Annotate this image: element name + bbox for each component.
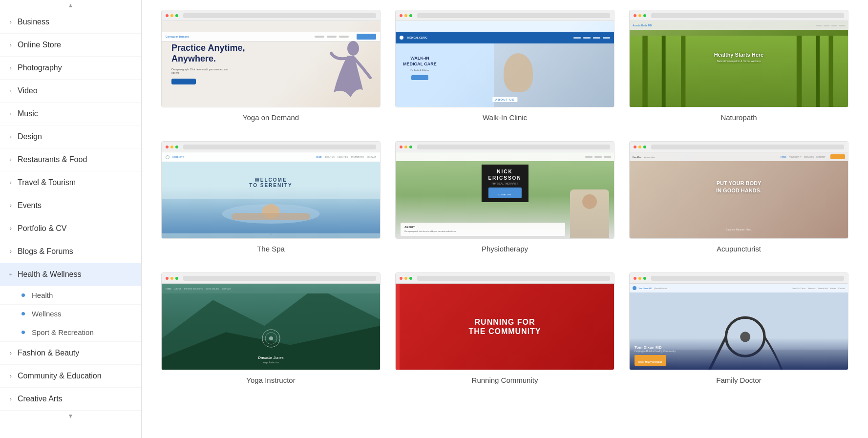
chevron-icon: › bbox=[10, 156, 12, 163]
sidebar-item-music[interactable]: › Music bbox=[0, 103, 141, 125]
doctor-overlay: Tom Dixon MD Helping to Build a Healthy … bbox=[630, 338, 848, 370]
dot-icon bbox=[21, 331, 25, 334]
sidebar-item-blogs-forums[interactable]: › Blogs & Forums bbox=[0, 240, 141, 263]
sidebar-item-fashion-beauty[interactable]: › Fashion & Beauty bbox=[0, 342, 141, 365]
sidebar-subitem-health[interactable]: Health bbox=[0, 286, 141, 305]
main-content: GoYoga on Demand Practice Anytime, Anywh… bbox=[142, 0, 868, 438]
sidebar-subitem-wellness[interactable]: Wellness bbox=[0, 305, 141, 323]
template-card-the-spa[interactable]: SERENITY HOME ABOUT US FACILITIES TREATM… bbox=[161, 141, 381, 253]
sidebar-item-portfolio-cv[interactable]: › Portfolio & CV bbox=[0, 217, 141, 240]
sidebar-subitem-sport-recreation[interactable]: Sport & Recreation bbox=[0, 323, 141, 342]
template-card-acupuncturist[interactable]: Kay Allen Acupuncture HOME PHILOSOPHY SE… bbox=[629, 141, 848, 253]
template-name: Acupuncturist bbox=[717, 245, 761, 253]
sidebar-item-online-store[interactable]: › Online Store bbox=[0, 34, 141, 57]
naturopath-hero: Healthy Starts Here Natural Homeopathic … bbox=[630, 36, 848, 107]
nav-link: Services bbox=[808, 287, 815, 290]
template-card-walk-in-clinic[interactable]: MEDICAL CLINIC bbox=[395, 10, 614, 122]
url-bar bbox=[183, 13, 376, 18]
physio-headshot bbox=[570, 189, 609, 238]
spa-nav-links: HOME ABOUT US FACILITIES TREATMENTS CONT… bbox=[316, 156, 376, 158]
browser-bar bbox=[630, 273, 848, 284]
browser-dot-green bbox=[175, 146, 178, 148]
nav-link: SERVICES bbox=[804, 156, 814, 158]
nav-link: CONTACT bbox=[816, 156, 826, 158]
preview-content: Kay Allen Acupuncture HOME PHILOSOPHY SE… bbox=[630, 152, 848, 238]
url-bar bbox=[183, 145, 376, 149]
nav-logo: GoYoga on Demand bbox=[166, 35, 189, 38]
template-card-naturopath[interactable]: Amalia Bode MD bbox=[629, 10, 848, 122]
doctor-nav-links: Meet Dr. Dixon Services Patient Info For… bbox=[793, 287, 845, 290]
chevron-icon: › bbox=[10, 373, 12, 379]
url-bar bbox=[417, 13, 610, 18]
template-preview: NICKERICSSON PHYSICAL THERAPIST CONTACT … bbox=[395, 141, 614, 239]
clinic-logo bbox=[400, 36, 403, 40]
url-bar bbox=[651, 13, 844, 18]
yoga-subtext: On a paragraph. Click here to add your o… bbox=[171, 68, 230, 75]
browser-bar bbox=[630, 10, 848, 21]
nav-link: ABOUT bbox=[174, 288, 181, 290]
svg-rect-10 bbox=[232, 213, 310, 220]
svg-rect-7 bbox=[829, 36, 833, 107]
template-card-physiotherapy[interactable]: NICKERICSSON PHYSICAL THERAPIST CONTACT … bbox=[395, 141, 614, 253]
yoga-text-block: Practice Anytime, Anywhere. On a paragra… bbox=[171, 43, 245, 84]
sidebar-item-events[interactable]: › Events bbox=[0, 194, 141, 217]
browser-bar bbox=[396, 10, 614, 21]
clinic-nav-links bbox=[573, 37, 610, 39]
nav-link bbox=[824, 25, 829, 26]
scroll-up-indicator[interactable]: ▲ bbox=[0, 0, 141, 11]
browser-bar bbox=[162, 10, 380, 21]
sidebar-item-video[interactable]: › Video bbox=[0, 80, 141, 103]
yoga-figure bbox=[329, 34, 373, 107]
clinic-subtext: For Adults & Children bbox=[403, 69, 437, 71]
url-bar bbox=[417, 276, 610, 281]
physio-name-overlay: NICKERICSSON PHYSICAL THERAPIST CONTACT … bbox=[481, 165, 528, 202]
chevron-icon: › bbox=[10, 133, 12, 140]
template-card-yoga-on-demand[interactable]: GoYoga on Demand Practice Anytime, Anywh… bbox=[161, 10, 381, 122]
browser-dot-yellow bbox=[404, 146, 407, 148]
sidebar-item-community-education[interactable]: › Community & Education bbox=[0, 365, 141, 388]
template-preview: HOME ABOUT PRIVATE SESSIONS BOOK ONLINE … bbox=[161, 272, 381, 370]
yoga2-nav-links: HOME ABOUT PRIVATE SESSIONS BOOK ONLINE … bbox=[166, 288, 231, 290]
sidebar-item-photography[interactable]: › Photography bbox=[0, 57, 141, 80]
naturopath-subtext: Natural Homeopathic & Herbal Wellness bbox=[714, 60, 764, 63]
browser-dot-yellow bbox=[404, 14, 407, 17]
nav-link bbox=[573, 37, 581, 39]
url-bar bbox=[651, 276, 844, 281]
sidebar-item-restaurants-food[interactable]: › Restaurants & Food bbox=[0, 148, 141, 171]
nav-link: Meet Dr. Dixon bbox=[793, 287, 805, 290]
browser-dot-red bbox=[400, 277, 402, 280]
sidebar-item-travel-tourism[interactable]: › Travel & Tourism bbox=[0, 171, 141, 194]
template-card-family-doctor[interactable]: Tom Dixon MD | Family Doctor Meet Dr. Di… bbox=[629, 272, 848, 384]
sidebar-item-creative-arts[interactable]: › Creative Arts bbox=[0, 388, 141, 411]
template-preview: Amalia Bode MD bbox=[629, 10, 848, 107]
preview-content: MEDICAL CLINIC bbox=[396, 21, 614, 107]
dot-icon bbox=[21, 312, 25, 315]
sidebar-item-design[interactable]: › Design bbox=[0, 125, 141, 148]
nav-link: HOME bbox=[781, 156, 786, 158]
template-name: Family Doctor bbox=[716, 376, 762, 384]
svg-rect-6 bbox=[816, 36, 820, 107]
nav-link: CONTACT bbox=[367, 156, 376, 158]
template-preview: Kay Allen Acupuncture HOME PHILOSOPHY SE… bbox=[629, 141, 848, 239]
browser-bar bbox=[396, 142, 614, 152]
browser-dot-green bbox=[409, 146, 412, 148]
doctor-specialty: | Family Doctor bbox=[654, 287, 667, 290]
browser-dot-green bbox=[643, 146, 646, 148]
physio-about-box: ABOUT On a paragraph click here to add y… bbox=[401, 223, 565, 236]
acup-nav-links: HOME PHILOSOPHY SERVICES CONTACT bbox=[781, 156, 826, 158]
template-card-running-community[interactable]: RUNNING FORTHE COMMUNITY Running Communi… bbox=[395, 272, 614, 384]
running-accent bbox=[396, 284, 400, 370]
chevron-icon: › bbox=[10, 42, 12, 48]
yoga-cta bbox=[171, 79, 196, 84]
scroll-down-indicator[interactable]: ▼ bbox=[0, 411, 141, 421]
dot-icon bbox=[21, 293, 25, 297]
svg-point-0 bbox=[347, 41, 359, 56]
sidebar-item-health-wellness[interactable]: › Health & Wellness bbox=[0, 263, 141, 286]
sidebar-item-business[interactable]: › Business bbox=[0, 11, 141, 34]
nav-link bbox=[583, 37, 591, 39]
template-preview: GoYoga on Demand Practice Anytime, Anywh… bbox=[161, 10, 381, 107]
nav-link: BOOK ONLINE bbox=[206, 288, 219, 290]
template-card-yoga-instructor[interactable]: HOME ABOUT PRIVATE SESSIONS BOOK ONLINE … bbox=[161, 272, 381, 384]
preview-content: SERENITY HOME ABOUT US FACILITIES TREATM… bbox=[162, 152, 380, 238]
nav-link: PHILOSOPHY bbox=[789, 156, 802, 158]
